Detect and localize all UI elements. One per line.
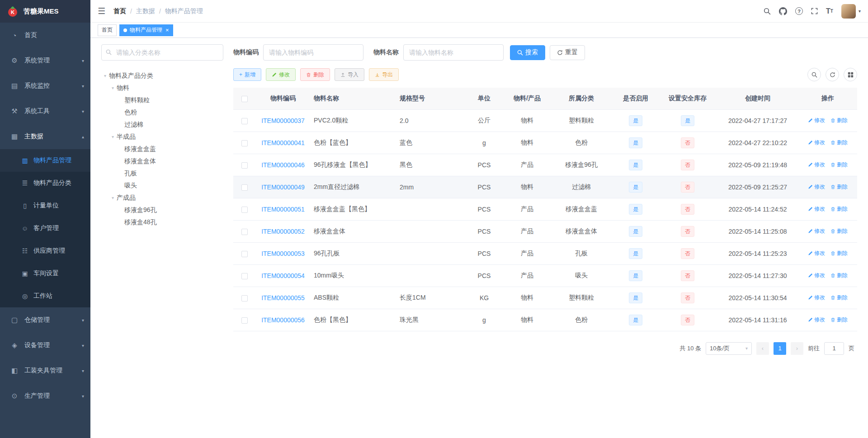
item-code-link[interactable]: ITEM00000054: [261, 272, 305, 279]
row-edit-button[interactable]: 修改: [808, 161, 825, 169]
prev-page-button[interactable]: ‹: [756, 342, 769, 355]
tree-node[interactable]: 塑料颗粒: [101, 94, 223, 106]
refresh-icon[interactable]: [826, 68, 839, 81]
tag-home[interactable]: 首页: [98, 24, 117, 36]
tree-node[interactable]: ▾物料及产品分类: [101, 70, 223, 82]
breadcrumb-master-data[interactable]: 主数据: [136, 7, 155, 15]
tree-node[interactable]: 孔板: [101, 167, 223, 179]
tree-node[interactable]: 移液盒盒体: [101, 155, 223, 167]
toggle-search-icon[interactable]: [807, 68, 821, 81]
caret-down-icon[interactable]: ▾: [109, 134, 117, 139]
row-delete-button[interactable]: 删除: [830, 272, 848, 279]
row-checkbox[interactable]: [241, 273, 248, 279]
row-edit-button[interactable]: 修改: [808, 205, 825, 213]
row-edit-button[interactable]: 修改: [808, 294, 825, 301]
sidebar-item-system-monitor[interactable]: ▤系统监控▾: [0, 73, 90, 99]
item-code-link[interactable]: ITEM00000041: [261, 139, 305, 146]
item-code-link[interactable]: ITEM00000046: [261, 161, 305, 169]
import-button[interactable]: 导入: [335, 68, 364, 81]
columns-icon[interactable]: [844, 68, 857, 81]
github-icon[interactable]: [779, 7, 787, 15]
tree-node[interactable]: ▾物料: [101, 82, 223, 94]
delete-button[interactable]: 删除: [300, 68, 330, 81]
row-edit-button[interactable]: 修改: [808, 139, 825, 146]
material-code-input[interactable]: [263, 44, 363, 61]
item-code-link[interactable]: ITEM00000052: [261, 228, 305, 235]
row-checkbox[interactable]: [241, 184, 248, 191]
material-name-input[interactable]: [403, 44, 504, 61]
sidebar-item-tooling-fixture-mgmt[interactable]: ◧工装夹具管理▾: [0, 358, 90, 383]
row-edit-button[interactable]: 修改: [808, 183, 825, 191]
item-code-link[interactable]: ITEM00000053: [261, 250, 305, 257]
tree-node[interactable]: 移液盒盒盖: [101, 143, 223, 155]
row-checkbox[interactable]: [241, 118, 248, 124]
row-checkbox[interactable]: [241, 140, 248, 146]
app-logo[interactable]: K 苦糖果MES: [0, 0, 90, 23]
row-delete-button[interactable]: 删除: [830, 205, 848, 213]
row-edit-button[interactable]: 修改: [808, 316, 825, 324]
sidebar-subitem-workstation[interactable]: ◎工作站: [0, 285, 90, 307]
tree-node[interactable]: 移液盒96孔: [101, 204, 223, 216]
sidebar-item-system-tools[interactable]: ⚒系统工具▾: [0, 99, 90, 124]
avatar[interactable]: [841, 4, 856, 19]
row-checkbox[interactable]: [241, 317, 248, 324]
breadcrumb-home[interactable]: 首页: [113, 7, 126, 15]
user-menu[interactable]: ▾: [841, 4, 861, 19]
row-delete-button[interactable]: 删除: [830, 316, 848, 324]
sidebar-subitem-material-product-mgmt[interactable]: ▥物料产品管理: [0, 149, 90, 172]
tree-node[interactable]: 色粉: [101, 106, 223, 118]
reset-button[interactable]: 重置: [550, 45, 585, 60]
caret-down-icon[interactable]: ▾: [101, 73, 109, 78]
tree-node[interactable]: 过滤棉: [101, 118, 223, 131]
sidebar-subitem-material-product-category[interactable]: ☰物料产品分类: [0, 172, 90, 194]
sidebar-subitem-customer-mgmt[interactable]: ☺客户管理: [0, 217, 90, 240]
row-edit-button[interactable]: 修改: [808, 250, 825, 257]
row-checkbox[interactable]: [241, 207, 248, 213]
page-1-button[interactable]: 1: [774, 342, 786, 355]
item-code-link[interactable]: ITEM00000055: [261, 294, 305, 301]
row-edit-button[interactable]: 修改: [808, 227, 825, 235]
next-page-button[interactable]: ›: [791, 342, 803, 355]
item-code-link[interactable]: ITEM00000056: [261, 316, 305, 324]
row-checkbox[interactable]: [241, 251, 248, 257]
page-size-select[interactable]: 10条/页 ▾: [706, 342, 752, 355]
sidebar-subitem-unit-of-measure[interactable]: ▯计量单位: [0, 194, 90, 217]
sidebar-item-production-mgmt[interactable]: ⊙生产管理▾: [0, 383, 90, 409]
goto-page-input[interactable]: [824, 342, 844, 355]
row-delete-button[interactable]: 删除: [830, 161, 848, 169]
row-delete-button[interactable]: 删除: [830, 227, 848, 235]
row-edit-button[interactable]: 修改: [808, 272, 825, 279]
row-delete-button[interactable]: 删除: [830, 183, 848, 191]
help-icon[interactable]: ?: [795, 7, 803, 15]
sidebar-item-equipment-mgmt[interactable]: ◈设备管理▾: [0, 333, 90, 358]
item-code-link[interactable]: ITEM00000051: [261, 206, 305, 213]
category-search-input[interactable]: [101, 44, 223, 61]
tag-material-product-mgmt[interactable]: 物料产品管理 ×: [119, 24, 173, 36]
sidebar-item-master-data[interactable]: ▦主数据▴: [0, 124, 90, 149]
sidebar-subitem-supplier-mgmt[interactable]: ☷供应商管理: [0, 240, 90, 262]
row-edit-button[interactable]: 修改: [808, 117, 825, 124]
row-checkbox[interactable]: [241, 229, 248, 235]
tree-node[interactable]: ▾产成品: [101, 192, 223, 204]
tree-node[interactable]: 吸头: [101, 179, 223, 192]
font-size-icon[interactable]: TT: [826, 8, 833, 15]
search-button[interactable]: 搜索: [510, 45, 545, 60]
sidebar-item-system-admin[interactable]: ⚙系统管理▾: [0, 48, 90, 73]
row-delete-button[interactable]: 删除: [830, 294, 848, 301]
item-code-link[interactable]: ITEM00000037: [261, 117, 305, 124]
tree-node[interactable]: ▾半成品: [101, 131, 223, 143]
fullscreen-icon[interactable]: [811, 8, 818, 14]
sidebar-item-warehouse-mgmt[interactable]: ▢仓储管理▾: [0, 307, 90, 333]
edit-button[interactable]: 修改: [266, 68, 296, 81]
close-icon[interactable]: ×: [165, 27, 169, 33]
row-delete-button[interactable]: 删除: [830, 117, 848, 124]
caret-down-icon[interactable]: ▾: [109, 85, 117, 90]
row-checkbox[interactable]: [241, 295, 248, 301]
add-button[interactable]: +新增: [233, 68, 261, 81]
hamburger-icon[interactable]: ☰: [98, 7, 105, 15]
header-search-icon[interactable]: [764, 8, 771, 15]
caret-down-icon[interactable]: ▾: [109, 195, 117, 200]
row-delete-button[interactable]: 删除: [830, 139, 848, 146]
item-code-link[interactable]: ITEM00000049: [261, 184, 305, 191]
export-button[interactable]: 导出: [369, 68, 399, 81]
